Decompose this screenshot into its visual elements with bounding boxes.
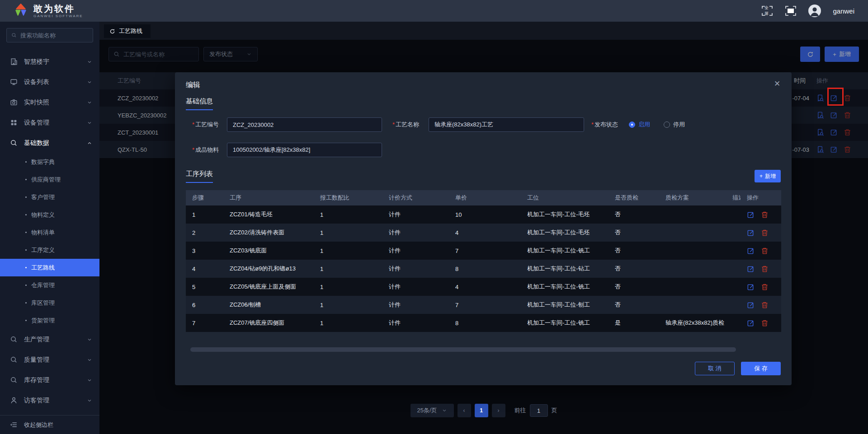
edit-icon[interactable] — [747, 283, 755, 291]
cell-desc — [726, 242, 741, 260]
close-icon[interactable]: ✕ — [772, 79, 783, 89]
sidebar-item-smart-building[interactable]: 智慧楼宇 — [0, 51, 99, 72]
page-size-label: 25条/页 — [417, 406, 437, 415]
delete-icon[interactable] — [761, 301, 769, 309]
building-icon — [10, 58, 18, 65]
cell-desc — [726, 224, 741, 242]
save-button[interactable]: 保 存 — [741, 362, 781, 375]
sidebar-search-input[interactable] — [20, 32, 88, 39]
sidebar-sub-item-data-dict[interactable]: 数据字典 — [0, 153, 99, 171]
sidebar-item-production[interactable]: 生产管理 — [0, 329, 99, 350]
sidebar-sub-item-customer[interactable]: 客户管理 — [0, 188, 99, 206]
edit-icon[interactable] — [747, 265, 755, 273]
cell-step: 5 — [186, 278, 223, 296]
delete-icon[interactable] — [761, 283, 769, 291]
cell-price: 7 — [449, 296, 521, 314]
radio-disabled[interactable]: 停用 — [664, 121, 685, 129]
cell-station: 机加工一车间-工位-铣工 — [521, 278, 609, 296]
fullscreen-text-icon[interactable]: 全屏 — [761, 5, 773, 16]
bullet-icon — [25, 302, 27, 303]
step-row: 4 ZCZ04/钻ø9的孔和锪ø13 1 计件 8 机加工一车间-工位-钻工 否 — [186, 260, 781, 278]
cell-ratio: 1 — [314, 224, 382, 242]
brand-logo: 敢为软件 GANWEI SOFTWARE — [0, 4, 83, 18]
fullscreen-rect-icon[interactable] — [785, 5, 797, 16]
cell-qc: 否 — [609, 242, 659, 260]
col-pricing: 计价方式 — [382, 190, 449, 205]
process-code-input[interactable] — [227, 117, 382, 132]
process-list-section-header: 工序列表 + 新增 — [186, 170, 781, 183]
sidebar-sub-item-storage-area[interactable]: 库区管理 — [0, 294, 99, 312]
edit-icon[interactable] — [747, 229, 755, 237]
sidebar-sub-item-process-def[interactable]: 工序定义 — [0, 241, 99, 259]
cell-qc: 否 — [609, 205, 659, 224]
bullet-icon — [25, 161, 27, 163]
delete-icon[interactable] — [761, 265, 769, 273]
step-row: 5 ZCZ05/铣底座上面及侧面 1 计件 4 机加工一车间-工位-铣工 否 — [186, 278, 781, 296]
page-size-select[interactable]: 25条/页 — [410, 404, 454, 417]
next-page-button[interactable]: › — [492, 404, 505, 417]
cell-qc-plan: 轴承座(82x38x82)质检 — [659, 314, 726, 332]
sidebar-item-visitor[interactable]: 访客管理 — [0, 390, 99, 411]
sidebar-sub-item-bom[interactable]: 物料清单 — [0, 224, 99, 241]
tab-refresh-icon[interactable] — [109, 28, 115, 34]
cell-qc-plan — [659, 242, 726, 260]
page-number-1[interactable]: 1 — [475, 404, 488, 417]
chevron-down-icon — [87, 100, 92, 105]
sidebar-item-inventory[interactable]: 库存管理 — [0, 370, 99, 390]
pagination: 25条/页 ‹ 1 › 前往 页 — [99, 404, 868, 417]
goto-page-input[interactable] — [530, 404, 548, 417]
sidebar-sub-item-process-route[interactable]: 工艺路线 — [0, 259, 99, 276]
step-row-actions — [747, 229, 781, 237]
sidebar-collapse-button[interactable]: 收起侧边栏 — [0, 415, 99, 434]
finished-material-input[interactable] — [227, 143, 382, 157]
step-row-actions — [747, 211, 781, 219]
sub-item-label: 仓库管理 — [31, 281, 55, 289]
prev-page-button[interactable]: ‹ — [458, 404, 471, 417]
chevron-down-icon — [87, 378, 92, 383]
cell-pricing: 计件 — [382, 314, 449, 332]
tab-process-route[interactable]: 工艺路线 — [104, 24, 151, 38]
sidebar-item-quality[interactable]: 质量管理 — [0, 350, 99, 370]
sidebar-sub-item-supplier[interactable]: 供应商管理 — [0, 171, 99, 188]
sidebar-item-label: 智慧楼宇 — [24, 58, 80, 66]
username-label[interactable]: ganwei — [833, 7, 854, 15]
step-row-actions — [747, 283, 781, 291]
collapse-label: 收起侧边栏 — [24, 421, 53, 429]
required-asterisk: * — [591, 121, 594, 128]
delete-icon[interactable] — [761, 247, 769, 255]
sidebar-item-base-data[interactable]: 基础数据 — [0, 133, 99, 153]
sidebar-sub-item-shelf[interactable]: 货架管理 — [0, 312, 99, 329]
radio-enabled[interactable]: 启用 — [629, 121, 650, 129]
delete-icon[interactable] — [761, 211, 769, 219]
annotation-highlight-box — [827, 88, 844, 106]
col-price: 单价 — [449, 190, 521, 205]
cell-qc: 否 — [609, 296, 659, 314]
cell-station: 机加工一车间-工位-铣工 — [521, 242, 609, 260]
cancel-button[interactable]: 取 消 — [695, 362, 735, 375]
edit-icon[interactable] — [747, 319, 755, 327]
cell-qc-plan — [659, 278, 726, 296]
cell-pricing: 计件 — [382, 278, 449, 296]
cell-price: 4 — [449, 224, 521, 242]
sidebar-sub-item-warehouse[interactable]: 仓库管理 — [0, 276, 99, 294]
edit-icon[interactable] — [747, 211, 755, 219]
edit-icon[interactable] — [747, 247, 755, 255]
sidebar-item-device-list[interactable]: 设备列表 — [0, 72, 99, 92]
edit-icon[interactable] — [747, 301, 755, 309]
delete-icon[interactable] — [761, 229, 769, 237]
process-name-input[interactable] — [429, 117, 584, 132]
process-list-section-title: 工序列表 — [186, 170, 213, 183]
sidebar-item-snapshot[interactable]: 实时快照 — [0, 92, 99, 112]
horizontal-scrollbar-thumb[interactable] — [190, 347, 736, 352]
delete-icon[interactable] — [761, 319, 769, 327]
sidebar-sub-item-material-def[interactable]: 物料定义 — [0, 206, 99, 224]
bullet-icon — [25, 249, 27, 251]
cell-step: 1 — [186, 205, 223, 224]
cell-qc: 否 — [609, 278, 659, 296]
cell-desc — [726, 278, 741, 296]
user-avatar[interactable] — [808, 5, 821, 17]
add-step-button[interactable]: + 新增 — [755, 170, 781, 182]
cell-station: 机加工一车间-工位-刨工 — [521, 296, 609, 314]
sidebar-item-device-mgmt[interactable]: 设备管理 — [0, 112, 99, 133]
sub-item-label: 工序定义 — [31, 246, 55, 254]
